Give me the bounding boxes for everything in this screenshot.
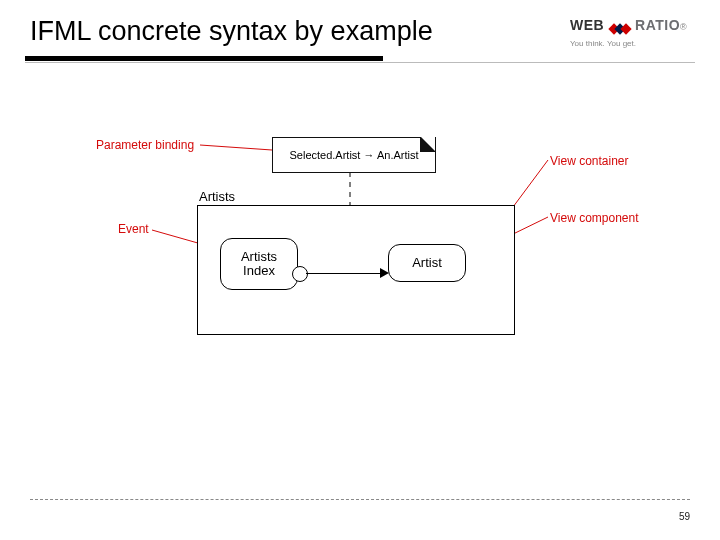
logo-text-web: WEB: [570, 17, 604, 33]
slide-root: IFML concrete syntax by example WEB RATI…: [0, 0, 720, 540]
ifml-diagram: Parameter binding Event View container V…: [0, 100, 720, 460]
parameter-binding-text: Selected.Artist → An.Artist: [290, 149, 419, 161]
view-component-artists-index: Artists Index: [220, 238, 298, 290]
view-component-artist: Artist: [388, 244, 466, 282]
parameter-binding-note: Selected.Artist → An.Artist: [272, 137, 436, 173]
component2-label: Artist: [412, 256, 442, 270]
event-circle-icon: [292, 266, 308, 282]
callout-event: Event: [118, 222, 149, 236]
arrowhead-icon: [380, 268, 389, 278]
navigation-flow-arrow: [306, 273, 386, 274]
title-underline: [25, 56, 383, 61]
view-container-label: Artists: [197, 189, 237, 204]
callout-view-component: View component: [550, 211, 639, 225]
callout-parameter-binding: Parameter binding: [96, 138, 194, 152]
logo-cubes-icon: [611, 19, 629, 37]
logo-text-ratio: RATIO: [635, 17, 680, 33]
logo-registered: ®: [680, 22, 687, 32]
component1-label: Artists Index: [241, 250, 277, 277]
page-number: 59: [679, 511, 690, 522]
svg-line-0: [200, 145, 272, 150]
page-title: IFML concrete syntax by example: [30, 16, 433, 47]
svg-line-2: [513, 160, 548, 207]
logo-tagline: You think. You get.: [570, 39, 690, 49]
note-fold-icon: [420, 137, 435, 152]
title-rule: [25, 62, 695, 63]
callout-view-container: View container: [550, 154, 629, 168]
webratio-logo: WEB RATIO® You think. You get.: [570, 16, 690, 54]
footer-dash-rule: [30, 499, 690, 500]
